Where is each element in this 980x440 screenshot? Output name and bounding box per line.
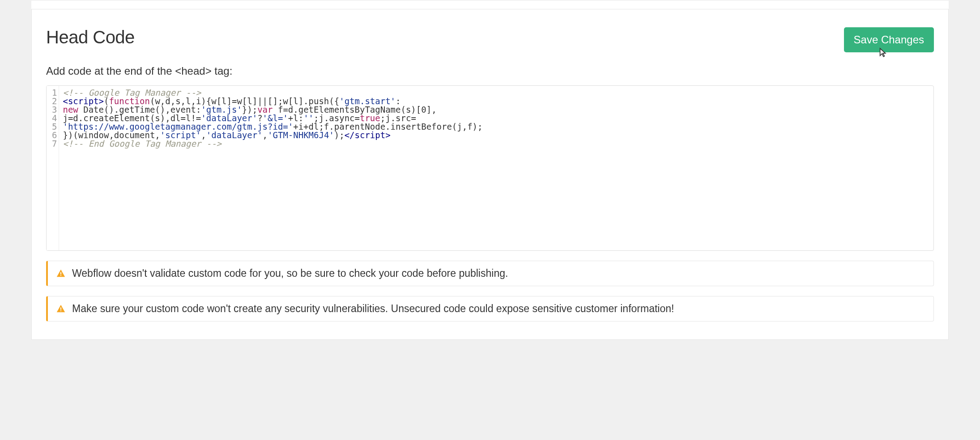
svg-rect-1 <box>60 275 61 276</box>
svg-rect-2 <box>60 307 61 310</box>
line-number: 7 <box>52 140 57 148</box>
section-heading: Head Code <box>46 27 135 47</box>
editor-code[interactable]: <!-- Google Tag Manager --><script>(func… <box>59 86 486 250</box>
editor-label: Add code at the end of the <head> tag: <box>46 65 934 77</box>
alert-validate: Webflow doesn't validate custom code for… <box>46 261 934 286</box>
save-changes-button[interactable]: Save Changes <box>844 27 934 52</box>
svg-rect-3 <box>60 310 61 311</box>
editor-gutter: 1234567 <box>47 86 59 250</box>
alert-security: Make sure your custom code won't create … <box>46 296 934 322</box>
alert-message: Webflow doesn't validate custom code for… <box>72 267 508 279</box>
svg-rect-0 <box>60 272 61 275</box>
header-row: Head Code Save Changes <box>46 27 934 52</box>
head-code-panel: Head Code Save Changes Add code at the e… <box>31 9 949 340</box>
code-line[interactable]: <!-- End Google Tag Manager --> <box>63 140 482 148</box>
editor-label-prefix: Add code at the end of the <box>46 65 175 77</box>
head-code-editor[interactable]: 1234567 <!-- Google Tag Manager --><scri… <box>46 85 934 251</box>
editor-label-suffix: tag: <box>212 65 233 77</box>
warning-icon <box>56 304 66 314</box>
editor-label-tag: <head> <box>175 65 211 77</box>
warning-icon <box>56 269 66 279</box>
top-divider <box>31 0 949 9</box>
cursor-icon <box>876 47 888 60</box>
alert-message: Make sure your custom code won't create … <box>72 303 674 315</box>
